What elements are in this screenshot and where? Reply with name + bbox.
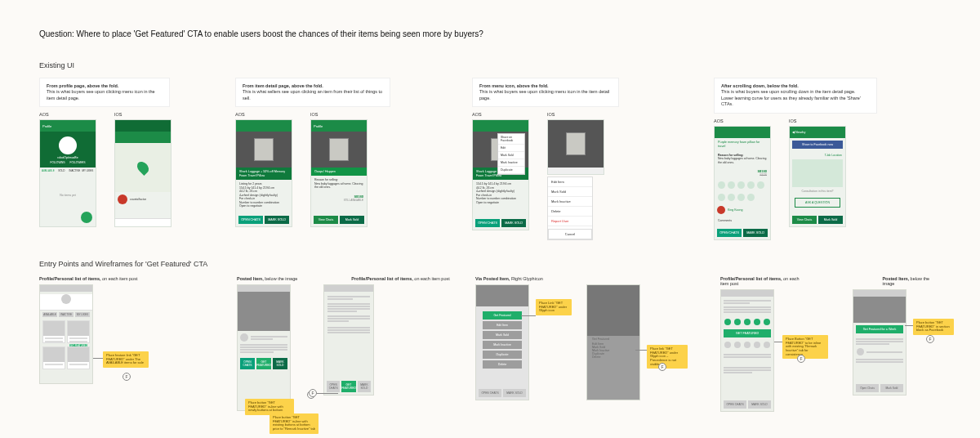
- oops-band: Ooops! Happen: [311, 168, 367, 176]
- cluster-item-detail: From item detail page, above the fold. T…: [235, 78, 472, 240]
- share-icon[interactable]: [737, 194, 745, 201]
- plat-aos-4: AOS Purple memory foam pillow for travel…: [714, 118, 771, 240]
- wf-cluster-1: Profile/Personal list of items, on each …: [39, 276, 237, 412]
- context-menu-aos[interactable]: Share on Facebook Edit Mark Sold Mark In…: [497, 133, 525, 175]
- wf-profile-1: AVAILABLEINACTIVEMY LIKES GET FEATURED: [39, 284, 93, 384]
- item-title-band: Shark Luggage + 50% off Memory Foam Trav…: [236, 168, 292, 180]
- ask-question-button[interactable]: ASK A QUESTION: [795, 198, 840, 208]
- ring-marker: F: [926, 335, 934, 343]
- ring-marker: F: [122, 373, 131, 381]
- mark-sold-button-2[interactable]: MARK SOLD: [501, 219, 526, 227]
- section-existing-ui-title: Existing UI: [39, 61, 941, 69]
- open-chats-button-2[interactable]: OPEN CHATS: [475, 219, 500, 227]
- share-icon[interactable]: [728, 181, 735, 189]
- annotation-5: Place link "GET FEATURED" under Glyph ic…: [647, 345, 688, 369]
- ring-marker: F: [309, 389, 317, 397]
- share-icon[interactable]: [737, 181, 745, 189]
- ring-marker: F: [658, 363, 666, 371]
- screen-ios-scroll: ◀ Nearby Share to Facebook now T-lab Loc…: [789, 126, 846, 227]
- wf-cluster-3: Via Posted Item, Right Glyphicon Get Fea…: [475, 276, 720, 412]
- plat-aos-2: AOS Shark Luggage + 50% off Memory Foam …: [235, 112, 292, 227]
- mark-sold-button-ios[interactable]: Mark Sold: [340, 216, 364, 224]
- ios-action-sheet[interactable]: Edit Item Mark Sold Mark Inactive Delete…: [547, 177, 593, 240]
- mark-sold-button-3[interactable]: MARK SOLD: [743, 229, 768, 237]
- get-featured-wf-button-3[interactable]: GET FEATURED: [724, 329, 771, 337]
- get-featured-wf-button[interactable]: GET FEATURED: [256, 358, 271, 369]
- fab-icon[interactable]: [81, 212, 92, 223]
- mark-sold-button-ios-4[interactable]: Mark Sold: [818, 216, 843, 224]
- screen-ios-profile: counts/factor: [114, 119, 172, 227]
- ring-marker: F: [797, 355, 805, 363]
- share-icon[interactable]: [747, 194, 755, 201]
- open-chats-button-3[interactable]: OPEN CHATS: [717, 229, 742, 237]
- plat-aos-1: AOS Profile robotOptimusBe FOLLOWINGFOLL…: [39, 112, 96, 227]
- share-icon[interactable]: [747, 181, 755, 189]
- open-chats-button-ios-4[interactable]: View Chats: [792, 216, 817, 224]
- cluster-below-fold: After scrolling down, below the fold. Th…: [714, 78, 934, 240]
- open-chats-button[interactable]: OPEN CHATS: [238, 216, 263, 224]
- note-card-2: From item detail page, above the fold. T…: [235, 78, 390, 107]
- screen-ios-menu-img: [547, 119, 604, 175]
- wf-cluster-2: Posted Item, below the image Profile/Per…: [237, 276, 475, 412]
- open-chats-wf-button[interactable]: OPEN CHATS: [240, 358, 255, 369]
- plat-label-aos: AOS: [39, 112, 96, 117]
- get-featured-menu-item[interactable]: Get Featured: [483, 311, 522, 320]
- existing-ui-row: From profile page, above the fold. This …: [39, 78, 941, 240]
- share-icon[interactable]: [728, 194, 735, 201]
- cluster-menu-icon: From menu icon, above the fold. This is …: [472, 78, 714, 240]
- screen-aos-profile: Profile robotOptimusBe FOLLOWINGFOLLOWER…: [39, 119, 96, 227]
- annotation-4: Place Link "GET FEATURED" under Glyph ic…: [536, 299, 572, 315]
- wf-posted-2: Get Featured for a Week Open Chats Mark …: [853, 289, 906, 396]
- get-featured-week-button[interactable]: Get Featured for a Week: [856, 325, 903, 333]
- annotation-7: Place button "GET FEATURED" in section b…: [913, 319, 954, 335]
- wf-cluster-4: Profile/Personal list of items, on each …: [720, 276, 936, 412]
- wf-menu-1: Get Featured Edit Item Mark Sold Mark In…: [475, 284, 529, 400]
- annotation-1: Place feature link "GET FEATURED" under …: [103, 351, 149, 368]
- item-image: [236, 132, 292, 168]
- annotation-2: Place button "GET FEATURED" in-line with…: [245, 399, 294, 415]
- note-card-4: After scrolling down, below the fold. Th…: [714, 78, 877, 114]
- annotation-6: Place Button "GET FEATURED" to be inline…: [782, 335, 828, 359]
- wireframes-row: Profile/Personal list of items, on each …: [39, 276, 941, 412]
- wf-profile-3: GET FEATURED OPEN CHATS MARK SOLD: [720, 289, 774, 412]
- share-icon[interactable]: [757, 181, 764, 189]
- wf-caption-1: Profile/Personal list of items, on each …: [39, 276, 237, 281]
- screen-aos-menu: Share on Facebook Edit Mark Sold Mark In…: [472, 119, 529, 230]
- plat-aos-3: AOS Share on Facebook Edit Mark Sold Mar…: [472, 112, 529, 240]
- plat-ios-2: iOS Profile Ooops! Happen Reason for sel…: [310, 112, 368, 227]
- get-featured-menu-item-2[interactable]: Get Featured: [592, 337, 635, 341]
- profile-header: Profile: [40, 120, 96, 132]
- screen-aos-item: Shark Luggage + 50% off Memory Foam Trav…: [235, 119, 292, 227]
- share-icon[interactable]: [718, 194, 725, 201]
- wf-profile-2: OPEN CHATS GET FEATURED MARK SOLD: [323, 284, 374, 396]
- mark-sold-wf-button[interactable]: MARK SOLD: [273, 358, 287, 369]
- section-wireframes-title: Entry Points and Wireframes for 'Get Fea…: [39, 260, 941, 268]
- get-featured-wf-button-2[interactable]: GET FEATURED: [341, 381, 356, 392]
- view-chats-button[interactable]: View Chats: [314, 216, 338, 224]
- wf-posted-1: OPEN CHATS GET FEATURED MARK SOLD: [237, 284, 291, 411]
- screen-aos-scroll: Purple memory foam pillow for travel Rea…: [714, 126, 771, 240]
- screen-ios-item: Profile Ooops! Happen Reason for selling…: [310, 119, 368, 227]
- wf-menu-2: Get Featured Edit Item Mark Sold Mark In…: [586, 284, 640, 400]
- plat-ios-1: iOS counts/factor: [114, 112, 172, 227]
- share-fb-button[interactable]: Share to Facebook now: [792, 141, 843, 149]
- cancel-button[interactable]: Cancel: [548, 229, 592, 239]
- plat-label-ios: iOS: [114, 112, 172, 117]
- annotation-3: Place button "GET FEATURED" in-line with…: [270, 413, 318, 433]
- mark-sold-button[interactable]: MARK SOLD: [265, 216, 289, 224]
- plat-ios-4: iOS ◀ Nearby Share to Facebook now T-lab…: [789, 118, 846, 240]
- share-icon[interactable]: [718, 181, 725, 189]
- profile-map: [115, 143, 171, 192]
- note-card-3: From menu icon, above the fold. This is …: [472, 78, 619, 107]
- cluster-profile-page: From profile page, above the fold. This …: [39, 78, 235, 240]
- plat-ios-3: iOS Edit Item Mark Sold Mark Inactive De…: [547, 112, 604, 240]
- note-card-1: From profile page, above the fold. This …: [39, 78, 170, 107]
- map-preview: [792, 159, 843, 187]
- page-question: Question: Where to place 'Get Featured' …: [39, 29, 941, 38]
